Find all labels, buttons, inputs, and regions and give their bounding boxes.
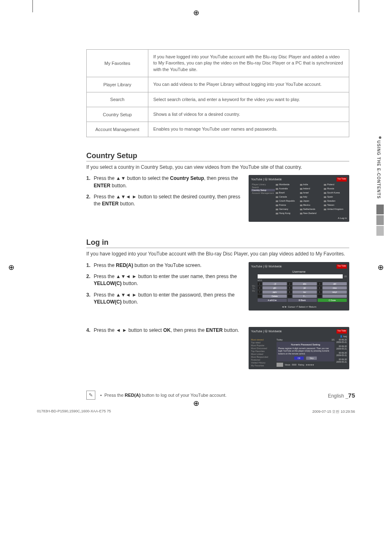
rating-label: Rating : ★★★★★ <box>298 363 314 366</box>
numeric-password-popup: Numeric Password Setting Please register… <box>277 342 334 362</box>
feature-label: Country Setup <box>87 107 148 122</box>
country-item: Japan <box>300 200 323 202</box>
nav-item: Country Setup <box>251 189 275 191</box>
feature-label: Account Management <box>87 122 148 137</box>
nav-item: Search <box>251 186 275 189</box>
nav-item: Most Popular <box>251 344 275 347</box>
country-setup-screenshot: YouTube | ⓦ WorldwideYou Tube Player Lib… <box>249 175 349 222</box>
ok-button: OK <box>294 357 304 360</box>
country-item: Hong Kong <box>276 212 299 214</box>
today-label: Today <box>277 338 283 341</box>
country-item: Germany <box>276 208 299 210</box>
keypad-num <box>288 294 292 298</box>
time-entry: 00:06:202009-05-21 <box>336 352 347 357</box>
feature-label: My Favorites <box>87 50 148 77</box>
keypad-key: ghi <box>263 286 287 290</box>
step-item: 2.Press the ▲▼◄ ► button to select the d… <box>86 193 244 208</box>
page-footer: English _75 <box>328 392 355 399</box>
skip-button: Skip <box>306 357 317 360</box>
char-counter: /25 <box>344 275 347 278</box>
nav-item: Most Responded <box>251 356 275 358</box>
feature-desc: If you have logged into your YouTube acc… <box>148 50 349 77</box>
feature-desc: Shows a list of videos for a desired cou… <box>148 107 349 122</box>
keypad-key: pqrs <box>263 290 287 294</box>
password-modal-screenshot: YouTube | ⓦ WorldwideYou Tube 👤 lucj Mos… <box>249 327 349 370</box>
keypad-action: B Blank <box>288 299 317 302</box>
keypad-key: abc <box>293 282 317 285</box>
keypad-key: tuv <box>293 290 317 294</box>
country-item: Australia <box>276 187 299 190</box>
country-item: Czech Republic <box>276 200 299 202</box>
keypad-key: jkl <box>293 286 317 290</box>
country-intro: If you select a country in Country Setup… <box>86 164 349 171</box>
keypad-key: Delete <box>263 294 287 298</box>
keypad-num: 8 <box>288 290 292 294</box>
keypad-action: C Done <box>318 299 347 302</box>
side-tab: USING THE E-CONTENTS <box>376 135 384 237</box>
keypad-key: wxyz <box>323 290 347 294</box>
country-item: India <box>300 183 323 186</box>
time-entry: 00:06:202009-05-21 <box>336 338 347 343</box>
keypad-num <box>318 294 322 298</box>
country-item: Israel <box>300 191 323 194</box>
note-text: ▪ Press the RED(A) button to log out of … <box>100 393 226 398</box>
keypad-action: A a/A/1/★ <box>258 299 287 302</box>
keypad-num <box>258 294 262 298</box>
country-item: Russia <box>324 187 347 190</box>
preview-chars: a b c <box>258 279 347 281</box>
side-tab-bars <box>376 205 384 236</box>
login-steps: 1.Press the RED(A) button on the YouTube… <box>86 262 244 306</box>
country-item: France <box>276 204 299 206</box>
note-icon: ✎ <box>86 391 95 400</box>
shot-header: YouTube | ⓦ Worldwide <box>251 265 282 269</box>
sidebar-letters: WoTitMo <box>251 285 256 292</box>
country-item: Brazil <box>276 191 299 194</box>
keypad-key: 0 ⎵ <box>293 294 317 298</box>
side-tab-label: USING THE E-CONTENTS <box>376 140 381 199</box>
video-thumb <box>277 363 283 367</box>
keypad-key: def <box>323 282 347 285</box>
side-tab-dot-icon <box>379 136 381 139</box>
nav-item: Most Discussed <box>251 347 275 350</box>
print-footer: 01783H-BD-P1590,1590C,1600-XAA-E75 75 20… <box>37 409 355 414</box>
keypad-num: 2 <box>288 282 292 285</box>
username-input-box <box>258 274 343 278</box>
nav-item: Featured <box>251 359 275 361</box>
nav-item: Top rated <box>251 341 275 344</box>
country-steps: 1.Press the ▲▼ button to select the Coun… <box>86 175 244 208</box>
country-item: Canada <box>276 196 299 198</box>
nav-item: Top Favorites <box>251 350 275 352</box>
country-item: Ireland <box>300 187 323 190</box>
shot-header: YouTube | ⓦ Worldwide <box>251 329 282 334</box>
country-item: Spain <box>324 196 347 198</box>
shot-header: YouTube | ⓦ Worldwide <box>251 177 282 182</box>
popup-title: Numeric Password Setting <box>278 343 333 346</box>
nav-item: Visited History <box>251 361 275 364</box>
section-title-login: Log in <box>86 238 349 248</box>
feature-label: Search <box>87 92 148 107</box>
keypad-key: mno <box>323 286 347 290</box>
feature-label: Player Library <box>87 77 148 92</box>
country-item: Netherlands <box>300 208 323 210</box>
country-item: Worldwide <box>276 183 299 186</box>
views-label: Views : 5900 <box>285 363 297 366</box>
nav-item: Player Library <box>251 183 275 186</box>
country-item: Mexico <box>300 204 323 206</box>
section-title-country: Country Setup <box>86 152 349 161</box>
keypad-num: 3 <box>318 282 322 285</box>
country-item: Taiwan <box>324 204 347 206</box>
keypad-num: 9 <box>318 290 322 294</box>
country-item: South Korea <box>324 191 347 194</box>
nav-item: Most viewed <box>251 338 275 341</box>
step-item: 2.Press the ▲▼◄ ► button to enter the us… <box>86 273 244 288</box>
country-item: Sweden <box>324 200 347 202</box>
username-keypad-screenshot: YouTube | ⓦ WorldwideYou Tube Username W… <box>249 262 349 311</box>
user-indicator: 👤 lucj <box>340 335 347 338</box>
feature-desc: Enables you to manage YouTube user names… <box>148 122 349 137</box>
step-item: 1.Press the ▲▼ button to select the Coun… <box>86 175 244 189</box>
step-item: 4.Press the ◄ ► button to select OK, the… <box>86 327 244 334</box>
keypad-title: Username <box>251 270 347 273</box>
country-item: Italy <box>300 196 323 198</box>
step-item: 1.Press the RED(A) button on the YouTube… <box>86 262 244 269</box>
login-intro: If you have logged into your YouTube acc… <box>86 251 349 258</box>
